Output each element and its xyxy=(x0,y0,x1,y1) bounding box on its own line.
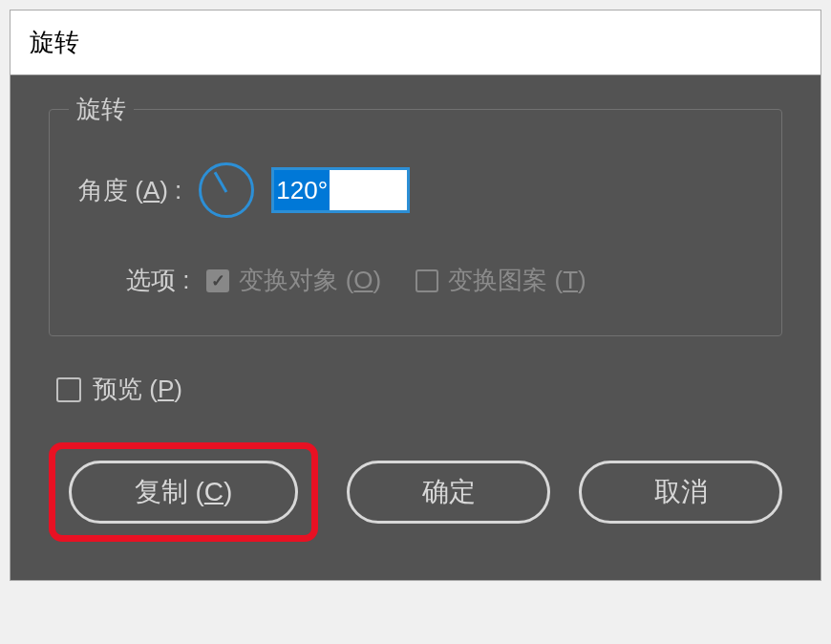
copy-button[interactable]: 复制 (C) xyxy=(69,461,298,524)
angle-input[interactable]: 120° xyxy=(271,167,410,213)
transform-object-label: 变换对象 (O) xyxy=(239,264,381,297)
dialog-content: 旋转 角度 (A) : 120° 选项 : 变换对象 (O) xyxy=(11,75,820,580)
angle-row: 角度 (A) : 120° xyxy=(78,162,753,218)
rotate-dialog: 旋转 旋转 角度 (A) : 120° 选项 : xyxy=(10,10,821,581)
options-row: 选项 : 变换对象 (O) 变换图案 (T) xyxy=(78,264,753,297)
dialog-title: 旋转 xyxy=(30,28,79,56)
angle-label: 角度 (A) : xyxy=(78,174,181,207)
preview-row: 预览 (P) xyxy=(56,373,782,406)
transform-object-checkbox[interactable] xyxy=(206,269,229,292)
transform-pattern-group: 变换图案 (T) xyxy=(416,264,586,297)
transform-pattern-checkbox[interactable] xyxy=(416,269,438,292)
options-label: 选项 : xyxy=(126,264,189,297)
transform-pattern-label: 变换图案 (T) xyxy=(448,264,586,297)
ok-button[interactable]: 确定 xyxy=(347,461,550,524)
preview-label: 预览 (P) xyxy=(93,373,182,406)
dialog-title-bar: 旋转 xyxy=(11,11,820,75)
fieldset-legend: 旋转 xyxy=(69,93,134,126)
highlight-annotation: 复制 (C) xyxy=(49,442,318,542)
cancel-button[interactable]: 取消 xyxy=(579,461,782,524)
angle-dial-hand xyxy=(214,171,228,192)
transform-object-group: 变换对象 (O) xyxy=(206,264,381,297)
angle-dial[interactable] xyxy=(199,162,254,218)
angle-input-value: 120° xyxy=(274,170,330,210)
preview-checkbox[interactable] xyxy=(56,377,81,402)
button-row: 复制 (C) 确定 取消 xyxy=(49,442,782,542)
rotate-fieldset: 旋转 角度 (A) : 120° 选项 : 变换对象 (O) xyxy=(49,109,782,336)
